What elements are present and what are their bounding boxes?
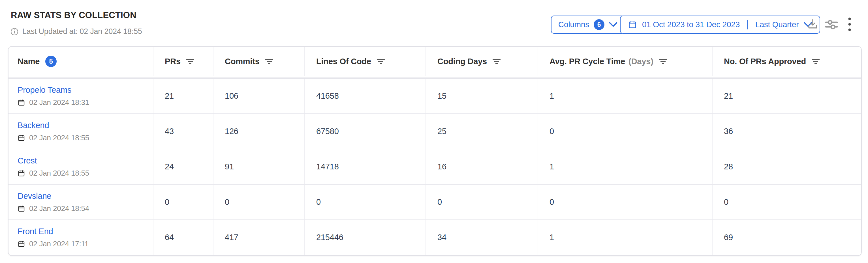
row-updated-label: 02 Jan 2024 18:31 xyxy=(29,98,89,107)
row-updated: 02 Jan 2024 18:55 xyxy=(18,169,89,177)
collection-link[interactable]: Propelo Teams xyxy=(18,86,71,95)
column-header-commits: Commits xyxy=(213,47,304,76)
commits-cell: 126 xyxy=(213,114,304,149)
name-cell: Backend 02 Jan 2024 18:55 xyxy=(8,114,153,149)
lines-of-code-cell: 0 xyxy=(304,185,426,220)
calendar-icon xyxy=(18,134,25,142)
calendar-icon xyxy=(18,169,25,177)
column-header-no-of-prs-approved: No. Of PRs Approved xyxy=(712,47,861,76)
commits-cell: 91 xyxy=(213,149,304,184)
coding-days-cell: 16 xyxy=(426,149,538,184)
row-updated: 02 Jan 2024 18:31 xyxy=(18,98,89,107)
row-updated-label: 02 Jan 2024 18:55 xyxy=(29,169,89,177)
name-cell: Front End 02 Jan 2024 17:11 xyxy=(8,220,153,255)
calendar-icon xyxy=(18,205,25,212)
last-updated-label: Last Updated at: 02 Jan 2024 18:55 xyxy=(22,27,142,36)
row-updated: 02 Jan 2024 18:55 xyxy=(18,133,89,142)
avg-pr-cycle-time-cell: 1 xyxy=(538,149,712,184)
column-header-name: Name 5 xyxy=(8,47,153,76)
table-body: Propelo Teams 02 Jan 2024 18:31 21 106 4… xyxy=(8,78,861,255)
calendar-icon xyxy=(18,99,25,106)
row-updated: 02 Jan 2024 18:54 xyxy=(18,204,89,213)
filter-icon[interactable] xyxy=(377,58,385,65)
name-cell: Propelo Teams 02 Jan 2024 18:31 xyxy=(8,78,153,113)
prs-approved-cell: 21 xyxy=(712,78,861,113)
calendar-icon xyxy=(628,20,637,29)
name-count-badge: 5 xyxy=(45,56,57,67)
download-icon[interactable] xyxy=(806,17,819,31)
prs-cell: 0 xyxy=(153,185,213,220)
last-updated: Last Updated at: 02 Jan 2024 18:55 xyxy=(10,27,142,36)
columns-label: Columns xyxy=(558,20,589,29)
avg-pr-cycle-time-cell: 1 xyxy=(538,78,712,113)
commits-cell: 0 xyxy=(213,185,304,220)
lines-of-code-cell: 41658 xyxy=(304,78,426,113)
divider xyxy=(747,20,748,29)
sliders-icon[interactable] xyxy=(825,18,839,31)
table-header: Name 5 PRs Commits Lines Of Code Coding … xyxy=(8,47,861,76)
lines-of-code-cell: 215446 xyxy=(304,220,426,255)
column-header-prs: PRs xyxy=(153,47,213,76)
collection-link[interactable]: Devslane xyxy=(18,192,51,201)
filter-icon[interactable] xyxy=(265,58,274,65)
collection-link[interactable]: Front End xyxy=(18,227,53,236)
column-header-lines-of-code: Lines Of Code xyxy=(304,47,426,76)
raw-stats-widget: RAW STATS BY COLLECTION Last Updated at:… xyxy=(0,0,868,263)
calendar-icon xyxy=(18,240,25,248)
row-updated-label: 02 Jan 2024 18:54 xyxy=(29,204,89,213)
table-row: Backend 02 Jan 2024 18:55 43 126 67580 2… xyxy=(8,113,861,149)
coding-days-cell: 15 xyxy=(426,78,538,113)
date-range-label: 01 Oct 2023 to 31 Dec 2023 xyxy=(642,20,740,29)
name-cell: Devslane 02 Jan 2024 18:54 xyxy=(8,185,153,220)
prs-approved-cell: 69 xyxy=(712,220,861,255)
avg-pr-cycle-time-cell: 0 xyxy=(538,114,712,149)
coding-days-cell: 0 xyxy=(426,185,538,220)
row-updated-label: 02 Jan 2024 17:11 xyxy=(29,239,89,248)
info-icon xyxy=(10,27,19,36)
filter-icon[interactable] xyxy=(812,58,820,65)
table-row: Devslane 02 Jan 2024 18:54 0 0 0 0 0 0 xyxy=(8,184,861,220)
date-preset-label: Last Quarter xyxy=(755,20,799,29)
prs-cell: 24 xyxy=(153,149,213,184)
collection-link[interactable]: Crest xyxy=(18,156,37,165)
date-range-button[interactable]: 01 Oct 2023 to 31 Dec 2023 Last Quarter xyxy=(620,15,820,34)
avg-pr-cycle-time-cell: 0 xyxy=(538,185,712,220)
prs-approved-cell: 36 xyxy=(712,114,861,149)
filter-icon[interactable] xyxy=(186,58,195,65)
filter-icon[interactable] xyxy=(659,58,668,65)
lines-of-code-cell: 14718 xyxy=(304,149,426,184)
coding-days-cell: 25 xyxy=(426,114,538,149)
prs-cell: 64 xyxy=(153,220,213,255)
columns-count-badge: 6 xyxy=(594,19,604,30)
column-header-coding-days: Coding Days xyxy=(426,47,538,76)
table-row: Propelo Teams 02 Jan 2024 18:31 21 106 4… xyxy=(8,78,861,113)
avg-pr-cycle-time-cell: 1 xyxy=(538,220,712,255)
filter-icon[interactable] xyxy=(493,58,501,65)
row-updated: 02 Jan 2024 17:11 xyxy=(18,239,89,248)
commits-cell: 417 xyxy=(213,220,304,255)
name-cell: Crest 02 Jan 2024 18:55 xyxy=(8,149,153,184)
table-row: Crest 02 Jan 2024 18:55 24 91 14718 16 1… xyxy=(8,149,861,184)
column-header-avg-pr-cycle-time: Avg. PR Cycle Time (Days) xyxy=(538,47,712,76)
lines-of-code-cell: 67580 xyxy=(304,114,426,149)
kebab-menu-icon[interactable] xyxy=(846,16,853,33)
table-row: Front End 02 Jan 2024 17:11 64 417 21544… xyxy=(8,220,861,255)
page-title: RAW STATS BY COLLECTION xyxy=(11,10,136,20)
prs-cell: 43 xyxy=(153,114,213,149)
coding-days-cell: 34 xyxy=(426,220,538,255)
prs-approved-cell: 0 xyxy=(712,185,861,220)
columns-dropdown-button[interactable]: Columns 6 xyxy=(551,15,625,34)
prs-approved-cell: 28 xyxy=(712,149,861,184)
chevron-down-icon xyxy=(609,22,617,27)
commits-cell: 106 xyxy=(213,78,304,113)
prs-cell: 21 xyxy=(153,78,213,113)
stats-table: Name 5 PRs Commits Lines Of Code Coding … xyxy=(8,46,862,256)
row-updated-label: 02 Jan 2024 18:55 xyxy=(29,133,89,142)
collection-link[interactable]: Backend xyxy=(18,121,49,130)
